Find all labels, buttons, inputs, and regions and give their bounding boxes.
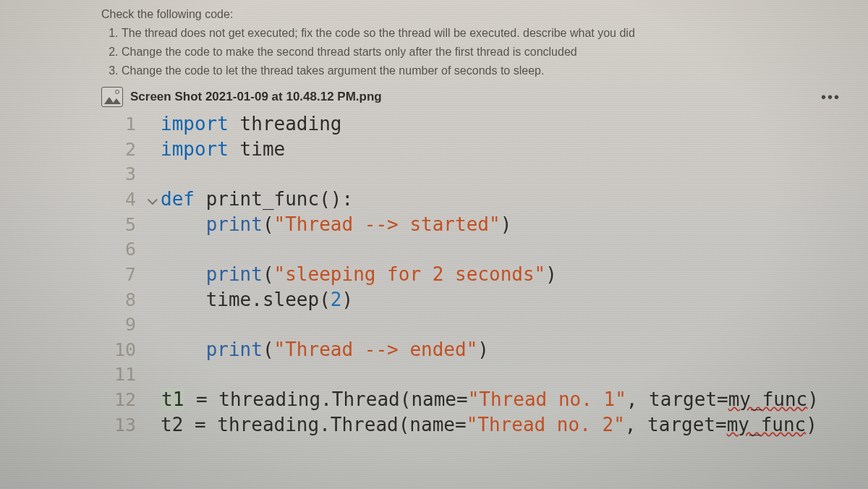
line-number: 4 — [101, 187, 140, 212]
line-number: 3 — [101, 162, 140, 187]
code-line: 3 — [101, 162, 868, 187]
line-number: 8 — [101, 288, 140, 312]
line-number: 6 — [101, 237, 140, 262]
line-number: 1 — [101, 112, 140, 137]
code-line: 11 — [101, 362, 868, 387]
line-number: 13 — [101, 413, 140, 438]
line-number: 7 — [101, 263, 140, 287]
line-number: 2 — [101, 137, 140, 162]
code-line: 6 — [101, 237, 868, 262]
code-content[interactable]: print("Thread --> ended") — [161, 337, 489, 362]
instruction-item: Change the code to let the thread takes … — [122, 62, 868, 80]
instructions-list: The thread does not get executed; fix th… — [101, 25, 868, 80]
code-line: 8 time.sleep(2) — [101, 287, 868, 312]
code-content[interactable]: time.sleep(2) — [161, 287, 353, 312]
code-line: 13t2 = threading.Thread(name="Thread no.… — [101, 412, 868, 438]
image-file-icon — [101, 87, 123, 107]
code-content[interactable]: t2 = threading.Thread(name="Thread no. 2… — [161, 412, 817, 438]
code-editor: 1import threading2import time34def print… — [101, 111, 868, 438]
line-number: 10 — [101, 338, 140, 362]
code-line: 10 print("Thread --> ended") — [101, 337, 868, 362]
instruction-item: The thread does not get executed; fix th… — [122, 25, 868, 42]
code-line: 7 print("sleeping for 2 seconds") — [101, 262, 868, 287]
code-content[interactable]: import time — [161, 137, 285, 162]
line-number: 5 — [101, 213, 140, 237]
code-line: 5 print("Thread --> started") — [101, 212, 868, 237]
attachment-filename[interactable]: Screen Shot 2021-01-09 at 10.48.12 PM.pn… — [130, 90, 382, 104]
code-content[interactable]: import threading — [161, 111, 341, 137]
attachment-row: Screen Shot 2021-01-09 at 10.48.12 PM.pn… — [101, 87, 846, 107]
fold-gutter[interactable] — [140, 192, 161, 210]
code-line: 4def print_func(): — [101, 187, 868, 212]
instruction-item: Change the code to make the second threa… — [122, 43, 868, 61]
code-content[interactable]: print("Thread --> started") — [161, 212, 511, 237]
instructions-title: Check the following code: — [101, 6, 868, 23]
line-number: 12 — [101, 388, 140, 412]
more-options-icon[interactable]: ••• — [821, 89, 846, 106]
instructions-block: Check the following code: The thread doe… — [0, 6, 868, 80]
code-line: 1import threading — [101, 111, 868, 137]
code-content[interactable]: t1 = threading.Thread(name="Thread no. 1… — [161, 387, 819, 412]
line-number: 9 — [101, 312, 140, 337]
line-number: 11 — [101, 362, 140, 387]
code-content[interactable]: def print_func(): — [161, 187, 353, 212]
code-content[interactable]: print("sleeping for 2 seconds") — [161, 262, 557, 287]
code-line: 12t1 = threading.Thread(name="Thread no.… — [101, 387, 868, 412]
code-line: 9 — [101, 312, 868, 337]
chevron-down-icon[interactable] — [148, 195, 158, 205]
code-line: 2import time — [101, 137, 868, 162]
